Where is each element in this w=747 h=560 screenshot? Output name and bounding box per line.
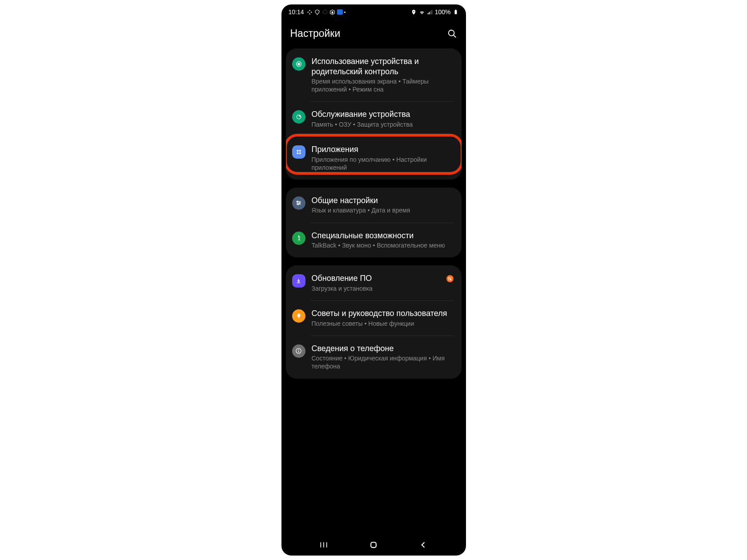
wifi-icon [419,9,425,15]
item-title: Использование устройства и родительский … [312,56,454,76]
item-title: Обслуживание устройства [312,109,454,120]
circle-icon [322,9,328,15]
svg-rect-8 [427,13,428,14]
svg-rect-9 [429,12,430,14]
item-title: Сведения о телефоне [312,344,454,354]
svg-point-21 [297,152,298,154]
item-title: Советы и руководство пользователя [312,308,454,319]
location-icon [411,9,417,15]
page-title: Настройки [290,28,341,40]
signal-icon [427,9,433,15]
item-text: Приложения Приложения по умолчанию • Нас… [312,144,454,172]
svg-rect-35 [326,542,327,548]
svg-point-29 [298,235,299,236]
svg-point-32 [298,349,299,350]
item-title: Общие настройки [312,196,454,206]
item-subtitle: Время использования экрана • Таймеры при… [312,77,454,93]
settings-group: Общие настройки Язык и клавиатура • Дата… [286,188,462,257]
hex-icon: S [329,9,336,15]
tips-icon [292,309,305,323]
apps-icon [292,145,305,159]
status-left: 10:14 S [289,8,345,16]
svg-point-17 [298,63,300,65]
item-text: Использование устройства и родительский … [312,56,454,93]
more-dot-icon [344,12,345,13]
svg-rect-0 [308,12,309,12]
svg-marker-4 [315,10,319,15]
back-button[interactable] [418,540,428,550]
software-update-icon [292,274,305,288]
svg-rect-10 [430,11,431,15]
svg-line-15 [453,35,456,37]
slack-icon [307,9,313,15]
svg-point-27 [299,203,301,204]
item-title: Обновление ПО [312,273,440,284]
svg-rect-34 [323,542,324,548]
svg-point-20 [299,150,301,152]
search-button[interactable] [447,29,457,39]
battery-percent: 100% [435,8,451,16]
status-time: 10:14 [289,8,304,16]
item-subtitle: Язык и клавиатура • Дата и время [312,206,454,214]
settings-group: Использование устройства и родительский … [286,48,462,180]
digital-wellbeing-icon [292,57,305,71]
settings-item-apps[interactable]: Приложения Приложения по умолчанию • Нас… [286,136,462,180]
settings-item-about-phone[interactable]: Сведения о телефоне Состояние • Юридичес… [286,336,462,379]
phone-frame: 10:14 S 100% Настройки [281,4,466,556]
notification-badge: N [446,275,454,282]
item-subtitle: Состояние • Юридическая информация • Имя… [312,354,454,370]
settings-item-accessibility[interactable]: Специальные возможности TalkBack • Звук … [286,223,462,258]
item-text: Обслуживание устройства Память • ОЗУ • З… [312,109,454,128]
svg-rect-1 [309,10,310,11]
svg-rect-11 [431,10,432,14]
status-bar: 10:14 S 100% [281,4,466,20]
svg-point-19 [297,150,298,152]
item-text: Обновление ПО Загрузка и установка [312,273,440,292]
item-subtitle: TalkBack • Звук моно • Вспомогательное м… [312,241,454,249]
svg-text:S: S [332,11,333,13]
home-button[interactable] [369,540,378,550]
item-text: Советы и руководство пользователя Полезн… [312,308,454,328]
settings-item-software-update[interactable]: Обновление ПО Загрузка и установка N [286,265,462,300]
settings-group: Обновление ПО Загрузка и установка N Сов… [286,265,462,378]
accessibility-icon [292,232,305,245]
svg-rect-2 [309,13,310,14]
svg-rect-13 [455,10,456,11]
svg-rect-31 [298,350,299,352]
shield-icon [314,9,321,15]
item-text: Сведения о телефоне Состояние • Юридичес… [312,344,454,371]
status-right: 100% [411,8,459,16]
about-phone-icon [292,344,305,358]
svg-rect-3 [311,12,312,12]
settings-item-device-care[interactable]: Обслуживание устройства Память • ОЗУ • З… [286,101,462,136]
item-subtitle: Приложения по умолчанию • Настройки прил… [312,156,454,172]
svg-point-22 [299,152,301,154]
item-title: Приложения [312,144,454,155]
settings-item-tips[interactable]: Советы и руководство пользователя Полезн… [286,300,462,336]
svg-rect-12 [454,10,457,14]
item-subtitle: Память • ОЗУ • Защита устройства [312,120,454,128]
item-subtitle: Загрузка и установка [312,284,440,292]
recents-button[interactable] [319,540,329,550]
svg-point-5 [323,10,327,14]
svg-point-26 [297,201,298,203]
settings-item-general[interactable]: Общие настройки Язык и клавиатура • Дата… [286,188,462,223]
item-text: Специальные возможности TalkBack • Звук … [312,231,454,250]
item-title: Специальные возможности [312,231,454,241]
battery-icon [453,9,459,15]
svg-rect-36 [371,542,376,548]
item-subtitle: Полезные советы • Новые функции [312,320,454,328]
device-care-icon [292,110,305,124]
header: Настройки [281,20,466,48]
svg-point-14 [448,30,454,36]
svg-rect-33 [321,542,321,548]
item-text: Общие настройки Язык и клавиатура • Дата… [312,196,454,215]
general-settings-icon [292,196,305,210]
svg-point-28 [297,204,299,205]
navigation-bar [281,534,466,556]
status-notif-icons: S [307,9,345,15]
settings-item-wellbeing[interactable]: Использование устройства и родительский … [286,48,462,101]
app-icon [337,9,343,15]
